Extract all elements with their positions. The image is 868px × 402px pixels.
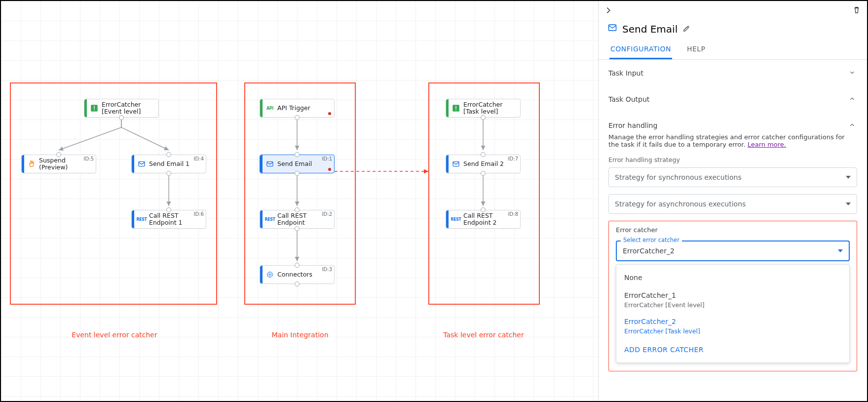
error-indicator-icon (328, 168, 331, 171)
node-errorcatcher-event[interactable]: ErrorCatcher[Event level] (84, 99, 159, 118)
panel-title: Send Email (622, 23, 678, 35)
add-error-catcher-button[interactable]: ADD ERROR CATCHER (616, 339, 849, 359)
chevron-down-icon (838, 249, 843, 252)
chevron-down-icon (846, 176, 851, 179)
node-label: ErrorCatcher[Event level] (102, 101, 158, 116)
select-catcher-floatlabel: Select error catcher (621, 237, 682, 243)
error-catcher-value: ErrorCatcher_2 (623, 247, 675, 255)
error-catcher-highlight-box: Error catcher Select error catcher Error… (608, 221, 857, 371)
node-call-rest[interactable]: REST Call RESTEndpoint ID:2 (260, 210, 335, 229)
connectors-icon (265, 270, 274, 279)
svg-rect-1 (94, 106, 95, 109)
error-icon (452, 104, 460, 113)
rest-icon: REST (265, 215, 274, 224)
section-title: Task Input (608, 69, 643, 77)
error-catcher-label: Error catcher (616, 226, 850, 234)
node-label: ErrorCatcher[Task level] (463, 101, 520, 116)
node-id: ID:4 (194, 156, 204, 161)
error-catcher-select[interactable]: ErrorCatcher_2 (616, 241, 850, 261)
section-error-handling[interactable]: Error handling (599, 112, 867, 133)
node-suspend[interactable]: Suspend(Preview) ID:5 (21, 155, 96, 173)
event-level-caption: Event level error catcher (40, 331, 189, 339)
node-send-email-1[interactable]: Send Email 1 ID:4 (131, 155, 206, 173)
error-icon (90, 104, 99, 113)
node-connectors[interactable]: Connectors ID:3 (260, 265, 335, 284)
config-sidebar: Send Email CONFIGURATION HELP Task Input… (598, 1, 867, 402)
chevron-down-icon (847, 68, 857, 78)
section-task-input[interactable]: Task Input (599, 60, 867, 86)
dropdown-option-none[interactable]: None (616, 269, 849, 286)
chevron-up-icon (847, 120, 857, 130)
dropdown-option-ec2-sub: ErrorCatcher [Task level] (616, 325, 849, 339)
main-integration-caption: Main Integration (226, 331, 374, 339)
dropdown-option-ec1-sub: ErrorCatcher [Event level] (616, 299, 849, 313)
error-handling-description: Manage the error handling strategies and… (608, 133, 845, 148)
mail-icon (265, 160, 274, 168)
node-call-rest-1[interactable]: REST Call RESTEndpoint 1 ID:6 (131, 210, 206, 229)
rest-icon: REST (137, 215, 146, 224)
node-id: ID:7 (508, 156, 518, 161)
node-label: API Trigger (277, 105, 334, 112)
section-task-output[interactable]: Task Output (599, 86, 867, 112)
node-id: ID:6 (194, 211, 204, 217)
section-title: Error handling (608, 121, 657, 129)
learn-more-link[interactable]: Learn more. (748, 141, 786, 148)
dropdown-option-ec1[interactable]: ErrorCatcher_1 (616, 286, 849, 299)
node-send-email-2[interactable]: Send Email 2 ID:7 (446, 155, 521, 173)
tab-configuration[interactable]: CONFIGURATION (609, 40, 672, 59)
svg-rect-8 (455, 110, 456, 111)
node-call-rest-2[interactable]: REST Call RESTEndpoint 2 ID:8 (446, 210, 521, 229)
svg-rect-2 (94, 110, 95, 111)
section-title: Task Output (608, 95, 649, 103)
node-id: ID:1 (322, 156, 332, 161)
hand-icon (27, 160, 36, 168)
error-indicator-icon (328, 112, 331, 115)
node-api-trigger[interactable]: API API Trigger (260, 99, 335, 118)
chevron-up-icon (847, 94, 857, 104)
error-catcher-dropdown: None ErrorCatcher_1 ErrorCatcher [Event … (616, 264, 850, 363)
node-id: ID:8 (508, 211, 518, 217)
node-id: ID:2 (322, 211, 332, 217)
node-send-email[interactable]: Send Email ID:1 (260, 155, 335, 173)
node-id: ID:3 (322, 267, 332, 272)
dropdown-option-ec2[interactable]: ErrorCatcher_2 (616, 313, 849, 325)
node-id: ID:5 (84, 156, 94, 161)
collapse-panel-button[interactable] (604, 5, 612, 17)
task-level-caption: Task level error catcher (410, 331, 558, 339)
async-strategy-select[interactable]: Strategy for asynchronous executions (608, 194, 857, 214)
delete-button[interactable] (852, 5, 861, 16)
sync-strategy-select[interactable]: Strategy for synchronous executions (608, 167, 857, 187)
svg-rect-7 (455, 106, 456, 109)
async-strategy-placeholder: Strategy for asynchronous executions (615, 200, 746, 208)
edit-icon[interactable] (682, 23, 691, 35)
rest-icon: REST (452, 215, 460, 224)
mail-icon (452, 160, 460, 168)
mail-icon (607, 23, 617, 35)
flow-canvas[interactable]: Event level error catcher Main Integrati… (1, 1, 598, 402)
api-icon: API (265, 104, 274, 113)
tab-help[interactable]: HELP (686, 40, 707, 59)
sync-strategy-placeholder: Strategy for synchronous executions (615, 173, 742, 181)
chevron-down-icon (846, 202, 851, 205)
strategy-label: Error handling strategy (608, 156, 857, 163)
node-errorcatcher-task[interactable]: ErrorCatcher[Task level] (446, 99, 521, 118)
mail-icon (137, 160, 146, 168)
